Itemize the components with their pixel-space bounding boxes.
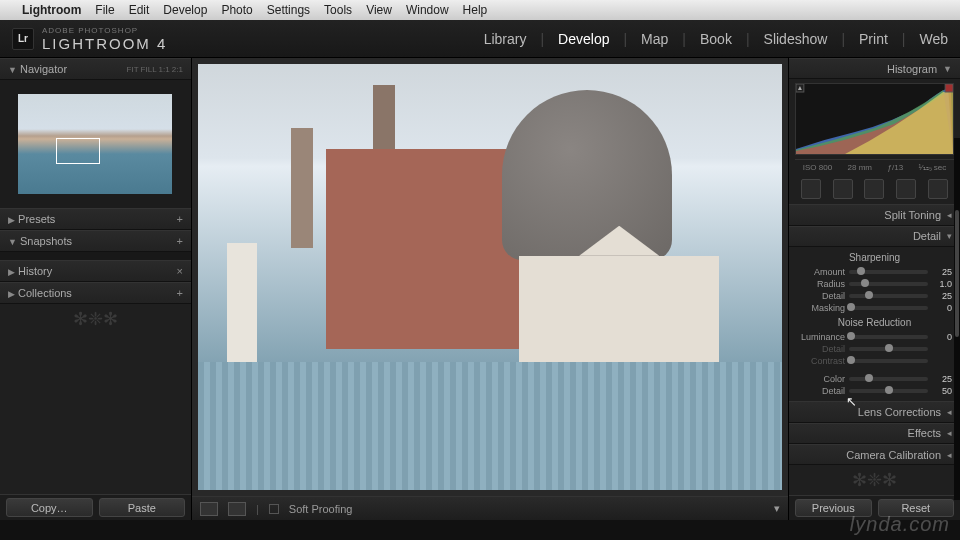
split-toning-header[interactable]: Split Toning◂ [789,204,960,225]
module-book[interactable]: Book [700,31,732,47]
panel-ornament-icon: ✻❈✻ [0,304,191,334]
photo-viewport[interactable] [192,58,788,496]
exif-iso: ISO 800 [803,163,832,172]
snapshots-title: Snapshots [20,235,72,247]
copy-button[interactable]: Copy… [6,498,93,517]
photo-image [198,64,782,490]
reset-button[interactable]: Reset [878,499,955,517]
sharpen-amount-row: Amount25 [789,266,960,278]
exif-aperture: ƒ/13 [888,163,904,172]
menu-window[interactable]: Window [406,3,449,17]
camera-calibration-header[interactable]: Camera Calibration◂ [789,444,960,465]
collections-header[interactable]: ▶ Collections + [0,282,191,304]
panel-ornament-icon: ✻❈✻ [789,465,960,494]
module-develop[interactable]: Develop [558,31,609,47]
menu-tools[interactable]: Tools [324,3,352,17]
noise-color-detail-slider[interactable] [849,389,928,393]
snapshots-add-icon[interactable]: + [177,235,183,247]
noise-luminance-row: Luminance0 [789,331,960,343]
center-stage: | Soft Proofing ▾ [192,58,788,520]
module-slideshow[interactable]: Slideshow [764,31,828,47]
sharpen-masking-slider[interactable] [849,306,928,310]
noise-title: Noise Reduction [789,314,960,331]
navigator-header[interactable]: ▼ Navigator FIT FILL 1:1 2:1 [0,58,191,80]
lightroom-logo-icon: Lr [12,28,34,50]
sharpen-detail-row: Detail25 [789,290,960,302]
history-header[interactable]: ▶ History × [0,260,191,282]
app-menu[interactable]: Lightroom [22,3,81,17]
menu-view[interactable]: View [366,3,392,17]
lens-corrections-title: Lens Corrections [858,406,941,418]
soft-proof-checkbox[interactable] [269,504,279,514]
module-web[interactable]: Web [919,31,948,47]
menu-settings[interactable]: Settings [267,3,310,17]
collections-title: Collections [18,287,72,299]
filmstrip-collapsed[interactable] [0,520,960,540]
snapshots-header[interactable]: ▼ Snapshots + [0,230,191,252]
histogram-header[interactable]: Histogram▼ [789,58,960,79]
split-toning-title: Split Toning [884,209,941,221]
collections-add-icon[interactable]: + [177,287,183,299]
tool-strip [795,177,954,200]
effects-title: Effects [908,427,941,439]
toolbar-menu-icon[interactable]: ▾ [774,502,780,515]
right-panel-group: Histogram▼ ISO 800 28 mm ƒ/13 ¹⁄₁₂₅ sec [788,58,960,520]
right-scrollbar[interactable] [954,138,960,500]
sharpen-radius-slider[interactable] [849,282,928,286]
menu-help[interactable]: Help [463,3,488,17]
module-print[interactable]: Print [859,31,888,47]
exif-readout: ISO 800 28 mm ƒ/13 ¹⁄₁₂₅ sec [795,159,954,175]
detail-header[interactable]: Detail▾ [789,226,960,247]
sharpening-title: Sharpening [789,249,960,266]
mac-menubar: Lightroom File Edit Develop Photo Settin… [0,0,960,20]
soft-proof-label: Soft Proofing [289,503,353,515]
presets-title: Presets [18,213,55,225]
noise-contrast-slider[interactable] [849,359,928,363]
histogram-title: Histogram [887,63,937,75]
previous-button[interactable]: Previous [795,499,872,517]
menu-develop[interactable]: Develop [163,3,207,17]
sharpen-amount-slider[interactable] [849,270,928,274]
noise-color-detail-row: Detail50 [789,385,960,397]
noise-color-slider[interactable] [849,377,928,381]
grad-filter-icon[interactable] [896,179,916,199]
sharpen-radius-row: Radius1.0 [789,278,960,290]
history-clear-icon[interactable]: × [177,265,183,277]
compare-view-icon[interactable] [228,502,246,516]
spot-tool-icon[interactable] [833,179,853,199]
camera-calibration-title: Camera Calibration [846,449,941,461]
noise-color-row: Color25 [789,373,960,385]
brand-subtitle: ADOBE PHOTOSHOP [42,26,167,35]
menu-file[interactable]: File [95,3,114,17]
sharpen-detail-slider[interactable] [849,294,928,298]
noise-lum-detail-slider[interactable] [849,347,928,351]
presets-header[interactable]: ▶ Presets + [0,208,191,230]
menu-edit[interactable]: Edit [129,3,150,17]
menu-photo[interactable]: Photo [221,3,252,17]
sharpen-masking-row: Masking0 [789,302,960,314]
brush-tool-icon[interactable] [928,179,948,199]
crop-tool-icon[interactable] [801,179,821,199]
app-header: Lr ADOBE PHOTOSHOP LIGHTROOM 4 Library| … [0,20,960,58]
noise-luminance-slider[interactable] [849,335,928,339]
lens-corrections-header[interactable]: Lens Corrections◂ [789,401,960,422]
presets-add-icon[interactable]: + [177,213,183,225]
detail-title: Detail [913,230,941,242]
navigator-zoom-levels[interactable]: FIT FILL 1:1 2:1 [127,65,183,74]
loupe-view-icon[interactable] [200,502,218,516]
module-map[interactable]: Map [641,31,668,47]
module-library[interactable]: Library [484,31,527,47]
redeye-tool-icon[interactable] [864,179,884,199]
history-title: History [18,265,52,277]
paste-button[interactable]: Paste [99,498,186,517]
center-toolbar: | Soft Proofing ▾ [192,496,788,520]
exif-shutter: ¹⁄₁₂₅ sec [919,163,947,172]
detail-panel-body: Sharpening Amount25 Radius1.0 Detail25 M… [789,247,960,401]
effects-header[interactable]: Effects◂ [789,423,960,444]
navigator-title: Navigator [20,63,67,75]
noise-contrast-row: Contrast [789,355,960,367]
svg-rect-2 [945,84,953,92]
brand-title: LIGHTROOM 4 [42,35,167,52]
navigator-thumbnail[interactable] [18,94,172,194]
histogram-display[interactable] [795,83,954,155]
